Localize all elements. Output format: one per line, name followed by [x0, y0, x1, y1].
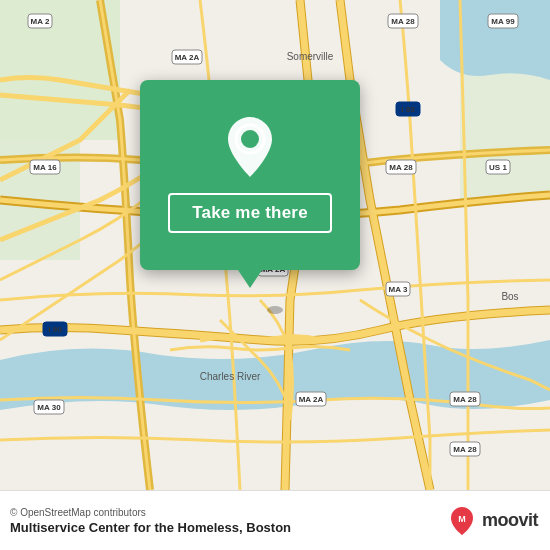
location-pin-icon [224, 117, 276, 177]
osm-attribution: © OpenStreetMap contributors [10, 507, 291, 518]
svg-text:MA 28: MA 28 [453, 395, 477, 404]
map-container: MA 2 MA 2A MA 28 MA 99 I 93 MA 16 US 1 M… [0, 0, 550, 490]
location-name: Multiservice Center for the Homeless, Bo… [10, 520, 291, 535]
svg-text:MA 16: MA 16 [33, 163, 57, 172]
moovit-text: moovit [482, 510, 538, 531]
svg-marker-3 [460, 60, 550, 200]
moovit-icon: M [446, 505, 478, 537]
svg-text:MA 30: MA 30 [37, 403, 61, 412]
svg-text:I 93: I 93 [401, 105, 415, 114]
svg-text:MA 28: MA 28 [391, 17, 415, 26]
bottom-bar: © OpenStreetMap contributors Multiservic… [0, 490, 550, 550]
bottom-info: © OpenStreetMap contributors Multiservic… [10, 507, 291, 535]
svg-text:MA 99: MA 99 [491, 17, 515, 26]
svg-text:I 90: I 90 [48, 325, 62, 334]
svg-text:MA 28: MA 28 [453, 445, 477, 454]
popup-card: Take me there [140, 80, 360, 270]
svg-text:M: M [458, 514, 466, 524]
svg-text:MA 2A: MA 2A [175, 53, 200, 62]
svg-text:Charles River: Charles River [200, 371, 261, 382]
svg-text:MA 28: MA 28 [389, 163, 413, 172]
svg-point-37 [267, 306, 283, 314]
svg-text:MA 2A: MA 2A [299, 395, 324, 404]
svg-text:MA 3: MA 3 [389, 285, 408, 294]
moovit-logo: M moovit [446, 505, 538, 537]
svg-text:MA 2: MA 2 [31, 17, 50, 26]
take-me-there-button[interactable]: Take me there [168, 193, 332, 233]
svg-text:US 1: US 1 [489, 163, 507, 172]
svg-text:Somerville: Somerville [287, 51, 334, 62]
svg-text:Bos: Bos [501, 291, 518, 302]
location-icon-wrap [220, 117, 280, 177]
svg-point-38 [241, 130, 259, 148]
